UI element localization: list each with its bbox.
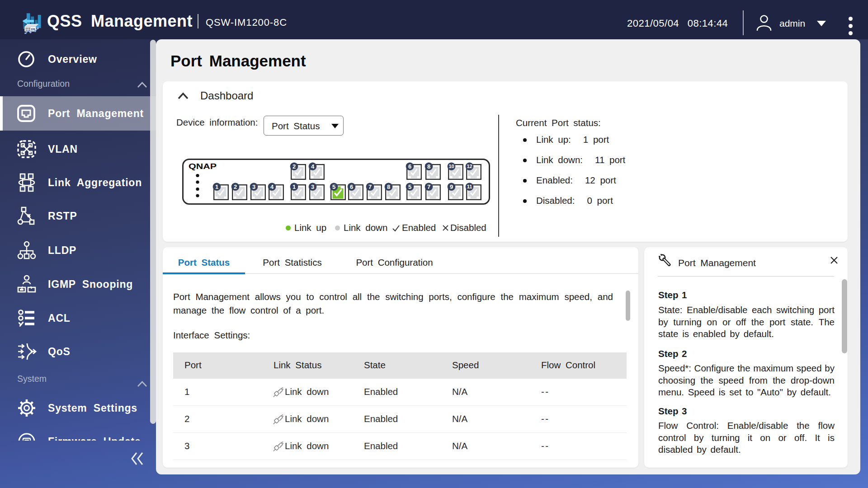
svg-text:11: 11 — [467, 184, 472, 189]
svg-text:10: 10 — [448, 164, 454, 169]
svg-text:5: 5 — [408, 183, 411, 190]
svg-text:8: 8 — [387, 183, 390, 190]
svg-text:6: 6 — [350, 183, 353, 190]
svg-text:7: 7 — [427, 183, 430, 190]
svg-text:6: 6 — [408, 163, 411, 170]
svg-text:9: 9 — [450, 183, 453, 190]
svg-text:4: 4 — [270, 183, 274, 190]
svg-text:1: 1 — [215, 183, 218, 190]
svg-text:8: 8 — [427, 163, 430, 170]
svg-text:12: 12 — [467, 164, 472, 169]
svg-text:5: 5 — [332, 183, 335, 190]
svg-text:7: 7 — [368, 183, 372, 190]
svg-text:QNAP: QNAP — [189, 163, 217, 170]
svg-text:3: 3 — [311, 183, 314, 190]
svg-text:4: 4 — [311, 163, 315, 170]
svg-text:2: 2 — [234, 183, 237, 190]
svg-text:2: 2 — [292, 163, 296, 170]
svg-text:3: 3 — [252, 183, 255, 190]
svg-text:1: 1 — [292, 183, 296, 190]
